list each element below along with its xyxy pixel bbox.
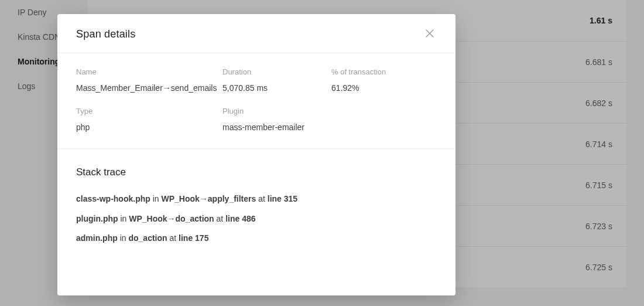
field-duration: Duration 5,070.85 ms [222,67,331,93]
trace-file: admin.php [76,233,118,243]
field-value: php [76,123,222,132]
close-button[interactable] [423,27,437,41]
field-label: Duration [222,67,331,76]
modal-header: Span details [57,14,455,53]
field-value: 5,070.85 ms [222,83,331,93]
stack-trace-line: admin.php in do_action at line 175 [76,233,437,244]
modal-title: Span details [76,28,135,40]
field-label: % of transaction [331,67,437,76]
trace-line-no: 315 [284,194,297,203]
field-value: Mass_Member_Emailer→send_emails [76,83,222,93]
trace-file: class-wp-hook.php [76,194,150,203]
trace-line-no: 486 [242,214,255,223]
field-plugin: Plugin mass-member-emailer [222,107,437,132]
stack-trace-section: Stack trace class-wp-hook.php in WP_Hook… [57,149,455,253]
field-label: Name [76,67,222,76]
stack-trace-line: class-wp-hook.php in WP_Hook→apply_filte… [76,193,437,205]
trace-fn: do_action [128,233,167,243]
modal-body: Name Mass_Member_Emailer→send_emails Dur… [57,53,455,149]
trace-file: plugin.php [76,214,118,223]
close-icon [426,29,434,39]
field-pct: % of transaction 61.92% [331,67,437,93]
span-details-modal: Span details Name Mass_Member_Emailer→se… [57,14,455,295]
field-type: Type php [76,107,222,132]
field-label: Plugin [222,107,437,115]
stack-trace-title: Stack trace [76,166,437,178]
field-value: mass-member-emailer [222,123,437,132]
trace-line-no: 175 [195,233,208,243]
stack-trace-line: plugin.php in WP_Hook→do_action at line … [76,213,437,225]
field-grid: Name Mass_Member_Emailer→send_emails Dur… [76,67,437,132]
trace-fn: WP_Hook→do_action [129,214,214,223]
field-value: 61.92% [331,83,437,93]
trace-fn: WP_Hook→apply_filters [161,194,256,203]
field-name: Name Mass_Member_Emailer→send_emails [76,67,222,93]
field-label: Type [76,107,222,115]
